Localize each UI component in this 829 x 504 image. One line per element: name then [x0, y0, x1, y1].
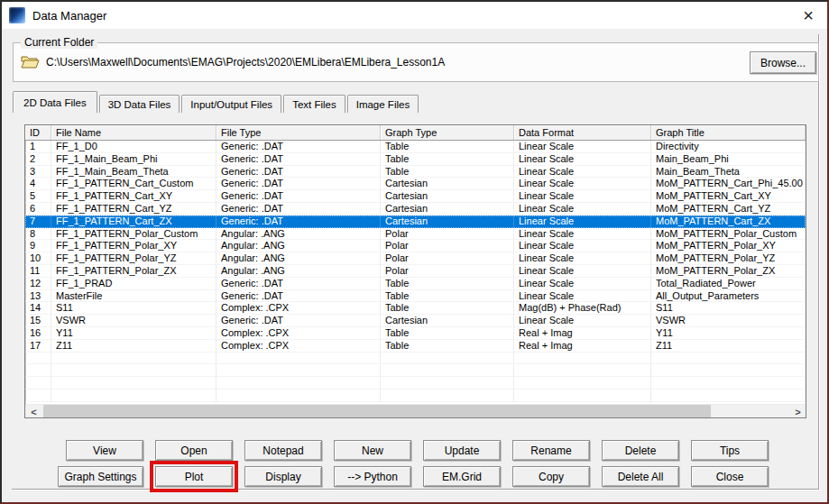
cell-file-name: FF_1_PATTERN_Cart_XY	[51, 190, 216, 203]
cell-data-format: Linear Scale	[514, 290, 651, 303]
close-button[interactable]: ×	[789, 2, 827, 29]
cell-data-format: Linear Scale	[514, 228, 651, 241]
cell-data-format	[514, 377, 651, 389]
cell-graph-title: MoM_PATTERN_Polar_YZ	[651, 252, 806, 265]
cell-graph-title: MoM_PATTERN_Polar_XY	[651, 240, 806, 252]
cell-id: 8	[25, 228, 51, 241]
cell-file-type	[216, 353, 381, 365]
table-empty-row	[25, 353, 806, 365]
table-row[interactable]: 9FF_1_PATTERN_Polar_XYAngular: .ANGPolar…	[25, 240, 806, 252]
cell-id: 7	[25, 215, 51, 228]
current-folder-groupbox: Current Folder C:\Users\Maxwell\Document…	[13, 42, 819, 82]
table-row[interactable]: 8FF_1_PATTERN_Polar_CustomAngular: .ANGP…	[25, 228, 806, 241]
cell-data-format: Linear Scale	[514, 203, 651, 215]
button-update[interactable]: Update	[423, 440, 501, 461]
cell-file-type: Generic: .DAT	[216, 315, 381, 327]
cell-file-type: Angular: .ANG	[216, 240, 381, 252]
cell-file-type: Generic: .DAT	[216, 141, 381, 153]
button-close[interactable]: Close	[691, 466, 769, 487]
button-em-grid[interactable]: EM.Grid	[423, 466, 501, 487]
button-delete[interactable]: Delete	[602, 440, 679, 461]
column-header-graph-type[interactable]: Graph Type	[381, 125, 514, 140]
file-list: IDFile NameFile TypeGraph TypeData Forma…	[24, 124, 806, 418]
scroll-right-icon[interactable]: >	[790, 405, 806, 418]
button-new[interactable]: New	[334, 440, 411, 461]
cell-file-type: Generic: .DAT	[216, 278, 381, 290]
horizontal-scrollbar[interactable]: < >	[25, 404, 806, 417]
tab-2d-data-files[interactable]: 2D Data Files	[13, 91, 97, 113]
cell-file-type: Angular: .ANG	[216, 252, 381, 265]
cell-graph-type: Cartesian	[381, 203, 514, 215]
cell-data-format: Real + Imag	[514, 340, 651, 353]
button-notepad[interactable]: Notepad	[244, 440, 322, 461]
cell-file-type: Complex: .CPX	[216, 327, 381, 340]
cell-graph-title	[651, 364, 806, 377]
file-list-header: IDFile NameFile TypeGraph TypeData Forma…	[25, 125, 806, 141]
table-row[interactable]: 2FF_1_Main_Beam_PhiGeneric: .DATTableLin…	[25, 153, 806, 166]
tab-image-files[interactable]: Image Files	[347, 95, 419, 113]
cell-graph-title: Main_Beam_Theta	[651, 166, 806, 179]
button-plot[interactable]: Plot	[155, 466, 233, 487]
cell-graph-title: MoM_PATTERN_Cart_XY	[651, 190, 806, 203]
table-row[interactable]: 16Y11Complex: .CPXTableReal + ImagY11	[25, 327, 806, 340]
cell-id: 5	[25, 190, 51, 203]
tab-3d-data-files[interactable]: 3D Data Files	[99, 95, 180, 113]
table-row[interactable]: 4FF_1_PATTERN_Cart_CustomGeneric: .DATCa…	[25, 178, 806, 190]
table-row[interactable]: 12FF_1_PRADGeneric: .DATTableLinear Scal…	[25, 278, 806, 290]
cell-graph-type: Polar	[381, 265, 514, 278]
table-row[interactable]: 14S11Complex: .CPXTableMag(dB) + Phase(R…	[25, 302, 806, 315]
button-rename[interactable]: Rename	[512, 440, 590, 461]
button-open[interactable]: Open	[155, 440, 233, 461]
column-header-id[interactable]: ID	[25, 125, 51, 140]
table-row[interactable]: 11FF_1_PATTERN_Polar_ZXAngular: .ANGPola…	[25, 265, 806, 278]
table-row[interactable]: 13MasterFileGeneric: .DATTableLinear Sca…	[25, 290, 806, 303]
table-empty-row	[25, 364, 806, 377]
tab-label: Input/Output Files	[190, 99, 272, 110]
table-row[interactable]: 15VSWRGeneric: .DATCartesianLinear Scale…	[25, 315, 806, 327]
cell-graph-type	[381, 377, 514, 389]
button-display[interactable]: Display	[244, 466, 322, 487]
cell-graph-type: Cartesian	[381, 215, 514, 228]
cell-id: 14	[25, 302, 51, 315]
column-header-graph-title[interactable]: Graph Title	[651, 125, 806, 140]
column-header-file-type[interactable]: File Type	[216, 125, 381, 140]
cell-file-name: FF_1_PATTERN_Polar_XY	[51, 240, 216, 252]
cell-id: 3	[25, 166, 51, 179]
browse-button[interactable]: Browse...	[750, 51, 816, 74]
cell-file-type: Complex: .CPX	[216, 302, 381, 315]
button-python[interactable]: --> Python	[334, 466, 411, 487]
cell-file-type: Angular: .ANG	[216, 228, 381, 241]
button-delete-all[interactable]: Delete All	[602, 466, 679, 487]
scrollbar-thumb[interactable]	[43, 405, 711, 418]
cell-graph-title: MoM_PATTERN_Cart_ZX	[651, 215, 806, 228]
button-graph-settings[interactable]: Graph Settings	[58, 466, 143, 487]
titlebar: Data Manager ×	[2, 2, 827, 29]
button-tips[interactable]: Tips	[691, 440, 769, 461]
scroll-left-icon[interactable]: <	[25, 405, 42, 418]
table-row[interactable]: 17Z11Complex: .CPXTableReal + ImagZ11	[25, 340, 806, 353]
cell-graph-type: Table	[381, 290, 514, 303]
cell-graph-title	[651, 353, 806, 365]
table-row[interactable]: 6FF_1_PATTERN_Cart_YZGeneric: .DATCartes…	[25, 203, 806, 215]
cell-file-name: FF_1_PATTERN_Cart_ZX	[51, 215, 216, 228]
cell-data-format: Linear Scale	[514, 190, 651, 203]
cell-graph-title: MoM_PATTERN_Cart_YZ	[651, 203, 806, 215]
table-row[interactable]: 5FF_1_PATTERN_Cart_XYGeneric: .DATCartes…	[25, 190, 806, 203]
button-view[interactable]: View	[66, 440, 143, 461]
column-header-data-format[interactable]: Data Format	[514, 125, 651, 140]
tab-input-output-files[interactable]: Input/Output Files	[181, 95, 281, 113]
cell-data-format: Real + Imag	[514, 327, 651, 340]
table-row[interactable]: 1FF_1_D0Generic: .DATTableLinear ScaleDi…	[25, 141, 806, 153]
cell-file-name: MasterFile	[51, 290, 216, 303]
table-row[interactable]: 7FF_1_PATTERN_Cart_ZXGeneric: .DATCartes…	[25, 215, 806, 228]
table-empty-row	[25, 389, 806, 402]
table-row[interactable]: 10FF_1_PATTERN_Polar_YZAngular: .ANGPola…	[25, 252, 806, 265]
cell-data-format	[514, 353, 651, 365]
button-copy[interactable]: Copy	[512, 466, 590, 487]
cell-data-format: Linear Scale	[514, 153, 651, 166]
tab-text-files[interactable]: Text Files	[283, 95, 345, 113]
cell-data-format: Linear Scale	[514, 252, 651, 265]
column-header-file-name[interactable]: File Name	[51, 125, 216, 140]
cell-file-name: FF_1_PATTERN_Polar_YZ	[51, 252, 216, 265]
table-row[interactable]: 3FF_1_Main_Beam_ThetaGeneric: .DATTableL…	[25, 166, 806, 179]
